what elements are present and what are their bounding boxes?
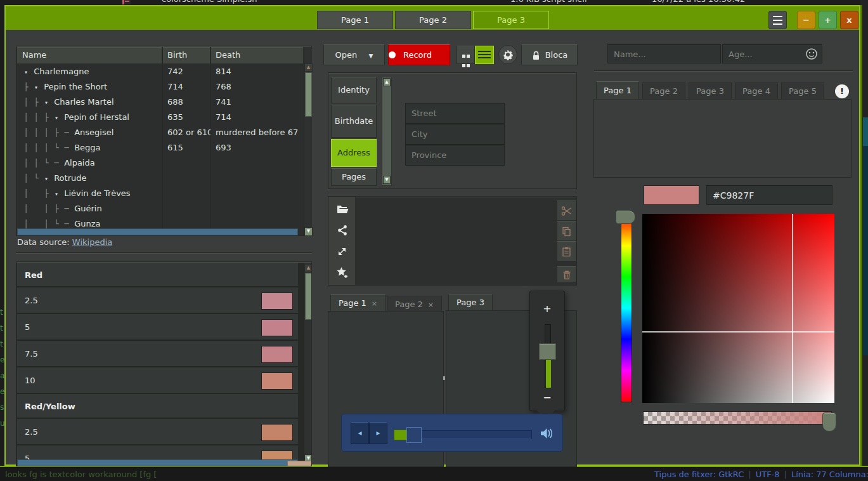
alpha-slider[interactable] [643, 411, 832, 425]
emoji-icon[interactable] [805, 48, 818, 60]
titlebar-tab-page1[interactable]: Page 1 [317, 11, 393, 29]
expander-icon[interactable]: ▾ [41, 99, 51, 106]
right-tab-page4[interactable]: Page 4 [735, 82, 778, 100]
scale-row[interactable]: 2.5 [17, 287, 298, 314]
tree-row[interactable]: │ ├▾ Liévin de Trèves [17, 185, 298, 201]
minimize-button[interactable]: − [797, 11, 815, 29]
alpha-handle[interactable] [822, 412, 836, 432]
volume-icon[interactable] [540, 426, 554, 441]
hue-slider[interactable] [621, 214, 632, 402]
titlebar-tab-page3[interactable]: Page 3 [473, 11, 549, 29]
tree-row[interactable]: ├▾ Pepin the Short714768 [17, 79, 298, 94]
share-icon[interactable] [337, 225, 348, 236]
record-button[interactable]: Record [388, 44, 450, 65]
paste-button[interactable] [557, 241, 576, 261]
star-plus-icon[interactable] [336, 267, 349, 279]
tree-horizontal-scrollbar[interactable] [17, 228, 298, 235]
tab-close-icon[interactable]: × [372, 300, 377, 308]
delete-button[interactable] [557, 266, 576, 283]
person-name: Charlemagne [31, 67, 89, 76]
sidebar-item-address[interactable]: Address [331, 139, 377, 167]
right-tab-page5[interactable]: Page 5 [781, 82, 824, 100]
tree-row[interactable]: ││└─ Alpaida [17, 155, 298, 170]
scale-vertical-scrollbar[interactable]: ▲ ▼ [304, 263, 312, 466]
sidebar-item-identity[interactable]: Identity [331, 77, 377, 103]
tree-scroll-thumb[interactable] [305, 72, 312, 117]
right-tab-page2[interactable]: Page 2 [642, 82, 685, 100]
tree-row[interactable]: │└▾ Rotrude [17, 170, 298, 185]
scale-row[interactable]: 5 [17, 314, 298, 341]
notebook-tab-page3[interactable]: Page 3 [448, 294, 493, 311]
open-button[interactable]: Open ▼ [323, 44, 385, 65]
saturation-value-plane[interactable] [642, 214, 834, 403]
tree-col-name[interactable]: Name [17, 47, 162, 63]
folder-open-icon[interactable] [337, 204, 349, 214]
expander-icon[interactable]: ▾ [51, 114, 62, 121]
province-input[interactable] [405, 145, 505, 166]
tree-col-death[interactable]: Death [211, 47, 304, 63]
tree-row[interactable]: │ │├─ Guérin [17, 201, 298, 216]
tree-row[interactable]: │││├─ Ansegisel602 or 610murdered before… [17, 124, 298, 140]
scroll-up-icon[interactable]: ▲ [304, 63, 313, 72]
volume-up-button[interactable]: + [530, 303, 564, 315]
tree-cell-birth: 615 [162, 143, 211, 152]
scale-scroll-thumb[interactable] [305, 273, 312, 320]
titlebar-tab-page2[interactable]: Page 2 [395, 11, 471, 29]
tree-row[interactable]: ││├▾ Pepin of Herstal635714 [17, 109, 298, 124]
scale-row[interactable]: 2.5 [17, 419, 298, 445]
tree-col-birth[interactable]: Birth [162, 47, 211, 63]
street-input[interactable] [405, 103, 505, 124]
seek-handle[interactable] [406, 427, 422, 443]
name-input[interactable] [607, 44, 721, 63]
scale-horizontal-scrollbar[interactable] [17, 459, 298, 466]
volume-down-button[interactable]: − [530, 392, 564, 404]
grid-view-toggle[interactable] [457, 46, 475, 64]
seek-slider[interactable] [421, 430, 532, 439]
skip-forward-button[interactable]: ▸ [369, 422, 387, 444]
right-tab-page1[interactable]: Page 1 [596, 81, 639, 100]
maximize-button[interactable]: + [819, 11, 837, 29]
lock-button[interactable]: Bloca [521, 44, 578, 65]
notebook-tab-page1[interactable]: Page 1× [330, 294, 385, 312]
tree-row[interactable]: │││└─ Begga615693 [17, 140, 298, 155]
close-button[interactable]: x [840, 11, 858, 29]
tree-row[interactable]: │├▾ Charles Martel688741 [17, 94, 298, 109]
scroll-down-icon[interactable]: ▼ [383, 176, 391, 184]
scale-row[interactable]: 10 [17, 367, 298, 394]
tree-row[interactable]: ▾ Charlemagne742814 [17, 63, 298, 79]
volume-slider-handle[interactable] [539, 343, 556, 360]
titlebar[interactable]: Page 1Page 2Page 3 − + x [6, 6, 859, 30]
expand-icon[interactable] [337, 246, 347, 257]
notebook-tab-page2[interactable]: Page 2× [387, 296, 442, 312]
hue-handle[interactable] [616, 210, 635, 224]
list-view-toggle[interactable] [475, 46, 494, 64]
tree-row[interactable]: │ │└─ Gunza [17, 216, 298, 230]
tree-vertical-scrollbar[interactable]: ▲ ▼ [304, 47, 312, 236]
copy-button[interactable] [557, 221, 576, 241]
scale-hscroll-thumb[interactable] [287, 461, 312, 466]
form-scrollbar[interactable]: ▲ ▼ [382, 77, 392, 186]
wikipedia-link[interactable]: Wikipedia [72, 237, 112, 247]
scroll-up-icon[interactable]: ▲ [304, 264, 312, 272]
tab-close-icon[interactable]: × [428, 301, 434, 309]
right-tab-page3[interactable]: Page 3 [689, 82, 732, 100]
expander-icon[interactable]: ▾ [41, 175, 51, 182]
skip-back-button[interactable]: ◂ [351, 422, 369, 444]
cut-button[interactable] [557, 201, 576, 221]
scroll-up-icon[interactable]: ▲ [383, 78, 391, 86]
scale-row[interactable]: 7.5 [17, 341, 298, 367]
pane-handle[interactable] [443, 376, 445, 380]
color-hex-input[interactable] [706, 185, 832, 205]
menu-button[interactable] [768, 11, 787, 29]
expander-icon[interactable]: ▾ [51, 190, 62, 197]
tree-line: ├ [41, 189, 51, 198]
expander-icon[interactable]: ▾ [21, 69, 31, 76]
warning-icon[interactable]: ! [835, 84, 849, 98]
color-swatch[interactable] [644, 185, 699, 205]
sidebar-item-birthdate[interactable]: Birthdate [331, 105, 377, 138]
settings-button[interactable] [498, 45, 517, 64]
sidebar-item-pages[interactable]: Pages [331, 168, 377, 186]
expander-icon[interactable]: ▾ [31, 84, 41, 91]
city-input[interactable] [405, 124, 505, 145]
scroll-down-icon[interactable]: ▼ [304, 227, 313, 236]
